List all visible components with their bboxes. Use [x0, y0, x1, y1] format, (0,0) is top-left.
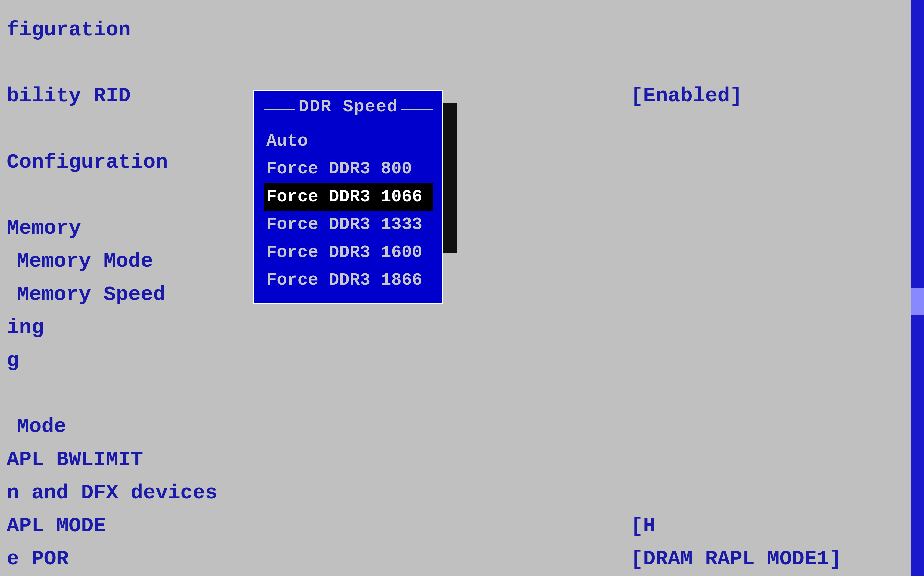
title-dash-right: [401, 109, 433, 110]
menu-item-configuration[interactable]: figuration: [7, 13, 227, 46]
ddr-option-1600[interactable]: Force DDR3 1600: [264, 238, 433, 266]
scrollbar[interactable]: [911, 0, 924, 576]
menu-item-ing[interactable]: ing: [7, 311, 227, 344]
ddr-speed-popup[interactable]: DDR Speed Auto Force DDR3 800 Force DDR3…: [253, 90, 443, 304]
menu-item-apl-bwlimit[interactable]: APL BWLIMIT: [7, 443, 227, 476]
ddr-option-1866[interactable]: Force DDR3 1866: [264, 266, 433, 294]
ddr-option-auto[interactable]: Auto: [264, 127, 433, 155]
value-spacer2: [631, 46, 917, 79]
scrollbar-thumb[interactable]: [911, 288, 924, 315]
menu-item-spacer4: [7, 377, 227, 410]
value-enabled: [Enabled]: [631, 79, 917, 112]
menu-item-mode[interactable]: Mode: [7, 410, 227, 443]
value-spacer3: [631, 113, 917, 146]
menu-item-config[interactable]: Configuration: [7, 146, 227, 179]
left-menu: figuration bility RID Configuration Memo…: [0, 0, 233, 576]
value-spacer8: [631, 278, 917, 311]
ddr-title-line: DDR Speed: [264, 97, 433, 122]
ddr-option-1333[interactable]: Force DDR3 1333: [264, 211, 433, 238]
menu-item-g[interactable]: g: [7, 344, 227, 377]
ddr-popup-title: DDR Speed: [299, 97, 398, 117]
menu-item-e-por[interactable]: e POR: [7, 542, 227, 575]
value-spacer12: [631, 410, 917, 443]
menu-item-apl-mode[interactable]: APL MODE: [7, 509, 227, 542]
value-spacer7: [631, 245, 917, 278]
value-spacer5: [631, 179, 917, 212]
menu-item-memory-speed[interactable]: Memory Speed: [7, 278, 227, 311]
menu-item-spacer1: [7, 46, 227, 79]
bios-screen: figuration bility RID Configuration Memo…: [0, 0, 924, 576]
value-spacer14: [631, 476, 917, 509]
menu-item-spacer3: [7, 179, 227, 212]
menu-item-dfx-devices[interactable]: n and DFX devices: [7, 476, 227, 509]
ddr-option-800[interactable]: Force DDR3 800: [264, 155, 433, 183]
title-dash-left: [264, 109, 295, 110]
menu-item-bility-rid[interactable]: bility RID: [7, 79, 227, 112]
value-spacer13: [631, 443, 917, 476]
value-spacer10: [631, 344, 917, 377]
menu-item-memory[interactable]: Memory: [7, 212, 227, 245]
value-spacer4: [631, 146, 917, 179]
value-spacer6: [631, 212, 917, 245]
menu-item-spacer2: [7, 113, 227, 146]
menu-item-memory-mode[interactable]: Memory Mode: [7, 245, 227, 278]
ddr-option-1066[interactable]: Force DDR3 1066: [264, 183, 433, 211]
right-values: [Enabled] [H [DRAM RAPL MODE1] [Auto] [S…: [624, 0, 924, 576]
value-spacer9: [631, 311, 917, 344]
value-spacer1: [631, 13, 917, 46]
value-spacer11: [631, 377, 917, 410]
value-h: [H: [631, 509, 917, 542]
value-dram-rapl: [DRAM RAPL MODE1]: [631, 542, 917, 575]
